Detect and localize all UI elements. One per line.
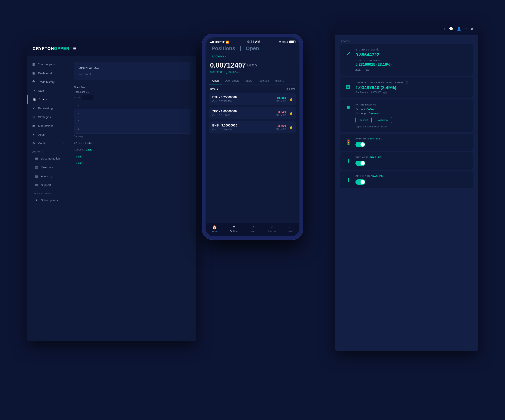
signal-bar-2 bbox=[211, 42, 212, 43]
header-icon-chat[interactable]: 💬 bbox=[449, 27, 453, 31]
sidebar-item-support[interactable]: ▦ Support bbox=[27, 180, 68, 189]
currency-item-1: Currency LINK bbox=[74, 146, 190, 153]
sidebar-item-strategies[interactable]: ⚙ Strategies bbox=[27, 113, 68, 121]
wifi-icon: 📶 bbox=[226, 41, 229, 43]
header-icon-user[interactable]: 👤 bbox=[457, 27, 461, 31]
pos-bnb-cost: Cost: 0.00696000 bbox=[212, 128, 276, 131]
currency-link-1[interactable]: LINK bbox=[86, 148, 92, 151]
tab-open[interactable]: Open bbox=[209, 77, 222, 84]
backtesting-icon: ✓ bbox=[32, 106, 36, 110]
tab-history[interactable]: Histor... bbox=[272, 77, 287, 84]
close-button[interactable]: ✕ bbox=[471, 27, 473, 31]
sidebar-item-backtesting[interactable]: ✓ Backtesting bbox=[27, 104, 68, 113]
sidebar-item-subscriptions[interactable]: ● Subscriptions bbox=[27, 196, 68, 204]
filter-button[interactable]: ≡ Filter bbox=[286, 87, 295, 90]
support-section-label: SUPPORT bbox=[27, 148, 68, 154]
total-btc-returns-value: 0.23160018 (23.16%) bbox=[355, 62, 469, 67]
tab-reserved[interactable]: Reserved bbox=[255, 77, 272, 84]
withdraw-button[interactable]: Withdraw bbox=[374, 117, 392, 123]
hopper-toggle[interactable] bbox=[355, 142, 365, 147]
traffic-light-icon: 🚦 bbox=[344, 138, 353, 146]
nav-stats[interactable]: ↗ Stats bbox=[251, 225, 255, 233]
sidebar-item-trade-history[interactable]: ⏱ Trade history bbox=[27, 78, 68, 86]
total-btc-info-icon[interactable]: i bbox=[406, 81, 408, 84]
filter-row: Date ▾ ≡ Filter bbox=[209, 87, 296, 90]
info-link[interactable]: info bbox=[366, 68, 369, 72]
latest-section-label: LATEST 5 SI... bbox=[74, 142, 190, 144]
buying-toggle[interactable] bbox=[355, 161, 365, 166]
currency-dropdown-icon[interactable]: ∨ bbox=[255, 63, 257, 67]
mobile-phone: HOPPIE 📶 9:41 AM ✱ 100% Posi bbox=[202, 34, 303, 240]
edit-link[interactable]: edit bbox=[384, 91, 387, 94]
show-label: Show bbox=[74, 96, 80, 99]
sidebar-item-apps[interactable]: ♦ Apps bbox=[27, 130, 68, 139]
config-arrow: › bbox=[63, 142, 63, 145]
position-bnb[interactable]: BNB · 3.00000000 Cost: 0.00696000 -0.25% bbox=[209, 121, 296, 133]
header-icon-moon[interactable]: ☽ bbox=[442, 27, 445, 31]
home-icon: 🏠 bbox=[212, 225, 217, 229]
total-returns-info-icon[interactable]: i bbox=[383, 59, 384, 62]
sidebar-item-questions[interactable]: ▦ Questions bbox=[27, 163, 68, 172]
position-zec[interactable]: ZEC · 1.00000000 Cost: 0.0417800 -0.24% bbox=[209, 107, 296, 119]
paper-trading-links: Deposits & Withdrawals | Reset bbox=[355, 125, 469, 128]
position-eth[interactable]: ETH · 0.25000000 Cost: 0.00530500 +0.08% bbox=[209, 93, 296, 105]
date-filter[interactable]: Date ▾ bbox=[210, 87, 218, 90]
selling-toggle[interactable] bbox=[355, 179, 365, 185]
btc-invested-card: ↗ BTC INVESTED: i 0.88644722 TOTAL BTC R… bbox=[341, 44, 473, 76]
pos-eth-coin: ETH · 0.25000000 bbox=[212, 96, 276, 99]
deposits-withdrawals-link[interactable]: Deposits & Withdrawals bbox=[355, 125, 379, 128]
phone-status-bar: HOPPIE 📶 9:41 AM ✱ 100% bbox=[206, 37, 299, 45]
deposit-button[interactable]: Deposit bbox=[355, 117, 372, 123]
currency-link-3[interactable]: LINK bbox=[76, 162, 82, 165]
pos-zec-age: Age: 8 min bbox=[276, 114, 286, 116]
tab-short[interactable]: Short bbox=[242, 77, 255, 84]
hoppers-icon: ○ bbox=[271, 225, 273, 229]
btc-invested-info-icon[interactable]: i bbox=[376, 49, 379, 51]
phone-page-title: Positions | Open bbox=[209, 45, 296, 51]
questions-icon: ▦ bbox=[35, 166, 38, 169]
sidebar-item-config[interactable]: ⚙ Config › bbox=[27, 139, 68, 148]
btc-invested-links: reset | info bbox=[355, 68, 469, 72]
hamburger-menu[interactable]: ☰ bbox=[73, 46, 76, 51]
pos-zec-lock: 🔒 bbox=[289, 111, 293, 115]
pos-zec-coin: ZEC · 1.00000000 bbox=[212, 110, 276, 113]
minimize-button[interactable]: − bbox=[465, 27, 467, 31]
sidebar-item-charts[interactable]: ▦ Charts bbox=[27, 95, 68, 104]
download-icon: ⬇ bbox=[344, 157, 353, 165]
support-icon: ▦ bbox=[35, 183, 38, 187]
hopper-chevron: › bbox=[225, 55, 226, 58]
pos-eth-cost: Cost: 0.00530500 bbox=[212, 100, 276, 103]
nav-hoppers[interactable]: ○ Hoppers bbox=[268, 225, 276, 233]
hopper-name[interactable]: Tapoleon › bbox=[209, 55, 296, 58]
row-num-3: 1 bbox=[78, 128, 187, 131]
tab-open-orders[interactable]: Open orders bbox=[222, 77, 242, 84]
paper-trading-icon: ≡ bbox=[344, 103, 353, 112]
reset-link[interactable]: reset bbox=[355, 68, 360, 72]
positions-table: # 2 3 1 bbox=[74, 102, 190, 134]
battery-fill bbox=[290, 41, 294, 43]
academy-icon: ▦ bbox=[35, 174, 38, 178]
btc-invested-label: BTC INVESTED: i bbox=[355, 49, 469, 51]
currency-link-2[interactable]: LINK bbox=[76, 155, 82, 158]
paper-account-info: Account: Default bbox=[355, 108, 469, 111]
selling-enabled-card: ⬆ SELLING IS ENABLED bbox=[341, 171, 473, 188]
sidebar-item-academy[interactable]: ▦ Academy bbox=[27, 172, 68, 180]
currency-label-1: Currency bbox=[74, 148, 84, 151]
phone-tabs: Open Open orders Short Reserved Histor..… bbox=[209, 77, 296, 84]
paper-reset-link[interactable]: Reset bbox=[381, 125, 387, 128]
paper-trading-info-icon[interactable]: i bbox=[378, 103, 378, 106]
sidebar-item-your-hoppers[interactable]: ▦ Your hoppers bbox=[27, 60, 68, 69]
pos-zec-right: -0.24% Age: 8 min 🔒 bbox=[276, 110, 293, 116]
nav-home[interactable]: 🏠 Home bbox=[212, 225, 217, 233]
charts-icon: ▦ bbox=[32, 98, 36, 101]
sidebar-item-dashboard[interactable]: ▦ Dashboard bbox=[27, 69, 68, 78]
show-input[interactable] bbox=[82, 95, 93, 100]
nav-positions[interactable]: ≡ Positions bbox=[230, 225, 238, 233]
sidebar-item-documentation[interactable]: ▦ Documentation bbox=[27, 154, 68, 163]
sidebar-item-marketplace[interactable]: ▦ Marketplace bbox=[27, 121, 68, 130]
sidebar-item-stats[interactable]: ↗ Stats bbox=[27, 86, 68, 95]
nav-more[interactable]: ··· More bbox=[289, 225, 293, 233]
your-hoppers-icon: ▦ bbox=[32, 62, 36, 66]
col-num: # bbox=[78, 104, 132, 106]
pos-bnb-right: -0.25% Age: 8 min 🔒 bbox=[276, 124, 293, 130]
